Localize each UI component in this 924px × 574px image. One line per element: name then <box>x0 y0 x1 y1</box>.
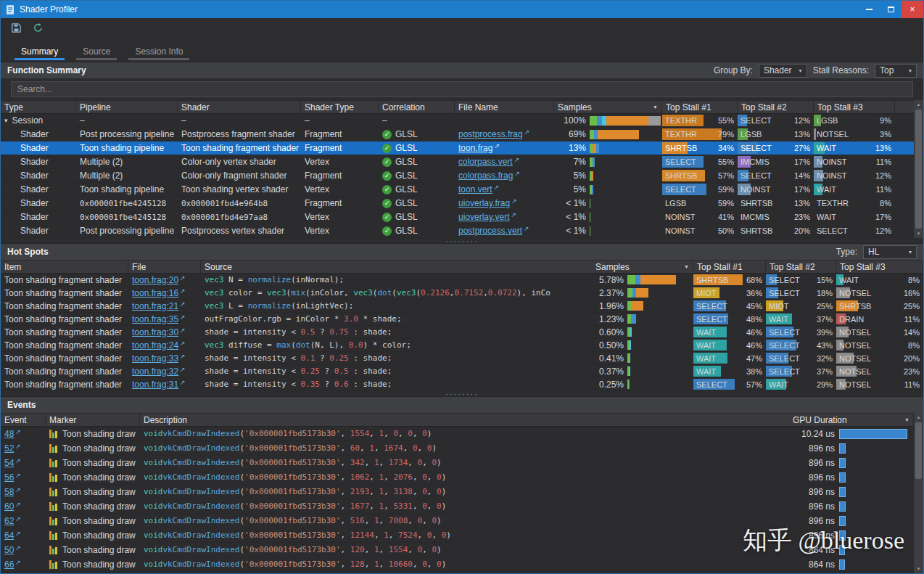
table-row[interactable]: Toon shading fragment shadertoon.frag:31… <box>1 378 923 391</box>
splitter-handle[interactable]: ········ <box>1 238 923 243</box>
column-header-gpu-duration[interactable]: GPU Duration▼ <box>789 414 914 426</box>
file-link[interactable]: toon.frag:32 <box>132 366 178 377</box>
column-header-marker[interactable]: Marker <box>46 414 140 426</box>
table-row[interactable]: Toon shading fragment shadertoon.frag:33… <box>1 352 923 365</box>
file-link[interactable]: postprocess.vert <box>458 226 522 236</box>
search-input[interactable] <box>11 81 913 97</box>
file-link[interactable]: colorpass.frag <box>458 171 513 181</box>
column-header-description[interactable]: Description <box>140 414 789 426</box>
column-header-top-stall-2[interactable]: Top Stall #2 <box>766 261 836 273</box>
column-header-event[interactable]: Event <box>1 414 46 426</box>
column-header-top-stall-3[interactable]: Top Stall #3 <box>836 261 923 273</box>
scrollbar-thumb[interactable] <box>915 110 922 229</box>
column-header-correlation[interactable]: Correlation <box>379 101 455 113</box>
scroll-up-icon[interactable]: ▲ <box>914 100 923 109</box>
scroll-down-icon[interactable]: ▼ <box>914 229 923 238</box>
scroll-up-icon[interactable]: ▲ <box>914 413 923 422</box>
event-link[interactable]: 66 <box>4 559 14 570</box>
table-row[interactable]: ShaderPost processing pipelinePostproces… <box>1 128 914 142</box>
table-row[interactable]: ShaderToon shading pipelineToon shading … <box>1 183 914 197</box>
table-row[interactable]: Toon shading fragment shadertoon.frag:35… <box>1 313 923 326</box>
table-row[interactable]: Toon shading fragment shadertoon.frag:24… <box>1 339 923 352</box>
file-link[interactable]: toon.frag:21 <box>132 301 178 311</box>
file-link[interactable]: toon.frag <box>458 143 492 153</box>
save-report-button[interactable] <box>9 22 23 36</box>
column-header-top-stall-3[interactable]: Top Stall #3 <box>814 101 895 113</box>
table-row[interactable]: Toon shading fragment shadertoon.frag:32… <box>1 365 923 378</box>
table-row[interactable]: Shader0x000001fbe42451280x000001fbd4e964… <box>1 197 914 210</box>
event-link[interactable]: 62 <box>4 516 14 526</box>
refresh-button[interactable] <box>30 22 45 36</box>
column-header-pipeline[interactable]: Pipeline <box>76 101 178 113</box>
file-link[interactable]: toon.frag:24 <box>132 340 178 350</box>
table-row[interactable]: Toon shading fragment shadertoon.frag:30… <box>1 326 923 339</box>
event-link[interactable]: 58 <box>4 487 14 497</box>
column-header-type[interactable]: Type <box>1 101 76 113</box>
event-link[interactable]: 56 <box>4 472 14 483</box>
column-header-file[interactable]: File <box>128 261 201 273</box>
table-row[interactable]: ShaderMultiple (2)Color-only vertex shad… <box>1 155 914 169</box>
scrollbar-thumb[interactable] <box>915 422 922 479</box>
table-row[interactable]: 58↗Toon shading drawvoid vkCmdDrawIndexe… <box>1 485 914 499</box>
file-link[interactable]: uioverlay.vert <box>458 212 509 222</box>
tab-source[interactable]: Source <box>73 44 120 62</box>
events-scrollbar[interactable]: ▲ ▼ <box>914 413 923 573</box>
file-link[interactable]: toon.frag:35 <box>132 314 178 324</box>
event-link[interactable]: 64 <box>4 530 14 541</box>
column-header-item[interactable]: Item <box>1 261 128 273</box>
table-row[interactable]: ShaderMultiple (2)Color-only fragment sh… <box>1 169 914 183</box>
stall-cell: WAIT38% <box>693 365 766 377</box>
type-dropdown[interactable]: HL ▾ <box>863 245 917 259</box>
event-link[interactable]: 52 <box>4 443 14 454</box>
maximize-button[interactable] <box>880 1 902 18</box>
column-header-top-stall-1[interactable]: Top Stall #1 <box>662 101 738 113</box>
tab-session-info[interactable]: Session Info <box>125 44 193 62</box>
event-link[interactable]: 50 <box>4 545 14 555</box>
scroll-down-icon[interactable]: ▼ <box>914 565 923 573</box>
titlebar[interactable]: Shader Profiler × <box>1 1 923 18</box>
column-header-top-stall-1[interactable]: Top Stall #1 <box>693 261 766 273</box>
file-link[interactable]: toon.frag:16 <box>132 288 178 298</box>
stall-reasons-dropdown[interactable]: Top ▾ <box>875 64 917 78</box>
group-by-dropdown[interactable]: Shader ▾ <box>759 64 807 78</box>
file-link[interactable]: toon.frag:30 <box>132 327 178 337</box>
close-button[interactable]: × <box>902 1 923 18</box>
file-link[interactable]: toon.frag:31 <box>132 380 178 390</box>
table-row[interactable]: 56↗Toon shading drawvoid vkCmdDrawIndexe… <box>1 470 914 485</box>
event-link[interactable]: 60 <box>4 501 14 512</box>
table-row[interactable]: ShaderPost processing pipelinePostproces… <box>1 224 914 238</box>
file-link[interactable]: postprocess.frag <box>458 129 523 139</box>
file-link[interactable]: colorpass.vert <box>458 157 513 167</box>
splitter-handle[interactable]: ········ <box>1 391 923 396</box>
file-link[interactable]: toon.vert <box>458 184 492 194</box>
table-row[interactable]: ShaderToon shading pipelineToon shading … <box>1 142 914 155</box>
file-link[interactable]: uioverlay.frag <box>458 198 510 208</box>
table-row[interactable]: Shader0x000001fbe42451280x000001fbd4e97a… <box>1 210 914 224</box>
table-row[interactable]: Toon shading fragment shadertoon.frag:21… <box>1 300 923 313</box>
table-row[interactable]: Toon shading fragment shadertoon.frag:20… <box>1 274 923 287</box>
minimize-button[interactable] <box>858 1 880 18</box>
table-row[interactable]: 60↗Toon shading drawvoid vkCmdDrawIndexe… <box>1 499 914 514</box>
cell-correlation: ✓GLSL <box>379 128 455 141</box>
table-row[interactable]: 54↗Toon shading drawvoid vkCmdDrawIndexe… <box>1 456 914 470</box>
column-header-samples[interactable]: Samples▼ <box>592 261 693 273</box>
table-row[interactable]: 66↗Toon shading drawvoid vkCmdDrawIndexe… <box>1 557 914 572</box>
column-header-shader[interactable]: Shader <box>178 101 301 113</box>
event-link[interactable]: 48 <box>4 429 14 439</box>
function-summary-scrollbar[interactable]: ▲ ▼ <box>914 100 923 238</box>
event-link[interactable]: 54 <box>4 458 14 468</box>
tab-summary[interactable]: Summary <box>11 44 68 62</box>
file-link[interactable]: toon.frag:20 <box>132 275 178 285</box>
expander-icon[interactable]: ▾ <box>4 117 8 124</box>
column-header-shader-type[interactable]: Shader Type <box>301 101 379 113</box>
file-link[interactable]: toon.frag:33 <box>132 353 178 364</box>
table-row[interactable]: 52↗Toon shading drawvoid vkCmdDrawIndexe… <box>1 441 914 456</box>
column-header-samples[interactable]: Samples▼ <box>554 101 662 113</box>
column-header-top-stall-2[interactable]: Top Stall #2 <box>738 101 814 113</box>
table-row[interactable]: 48↗Toon shading drawvoid vkCmdDrawIndexe… <box>1 427 914 441</box>
cell-text: Postprocess fragment shader <box>181 129 295 139</box>
column-header-file-name[interactable]: File Name <box>455 101 554 113</box>
table-row[interactable]: ▾Session––––100%TEXTHR55%SELECT12%LGSB9% <box>1 114 914 128</box>
column-header-source[interactable]: Source <box>201 261 592 273</box>
table-row[interactable]: Toon shading fragment shadertoon.frag:16… <box>1 287 923 300</box>
